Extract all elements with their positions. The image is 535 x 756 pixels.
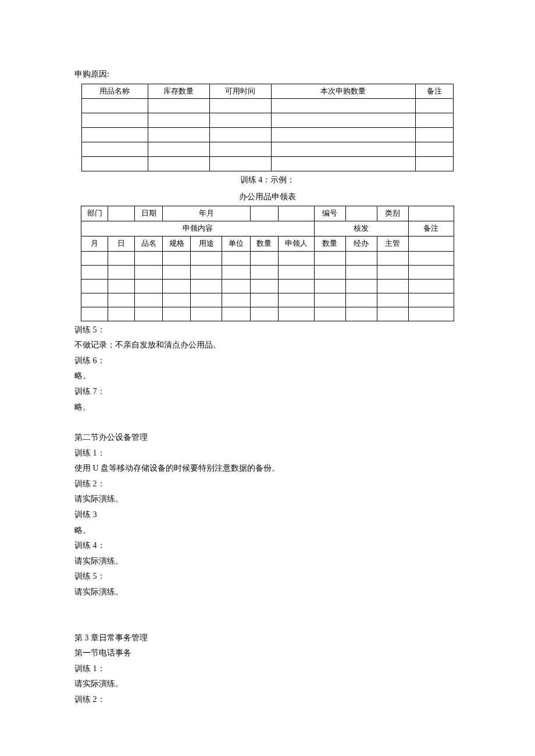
cell <box>148 113 209 128</box>
body-text: 训练 5： <box>74 323 461 338</box>
cell <box>135 293 163 307</box>
cell <box>408 293 454 307</box>
body-text: 训练 7： <box>74 384 461 400</box>
yongtu-cell: 用途 <box>191 236 222 251</box>
table-row <box>81 293 454 307</box>
cell <box>345 251 377 265</box>
cell <box>278 265 314 279</box>
cell <box>408 206 454 221</box>
header-cell: 用品名称 <box>82 84 148 99</box>
cell <box>82 157 148 171</box>
cell <box>222 293 250 307</box>
cell <box>108 307 135 321</box>
table-row: 用品名称 库存数量 可用时间 本次申购数量 备注 <box>82 84 454 99</box>
cell <box>415 128 453 142</box>
cell <box>108 206 135 221</box>
cell <box>222 307 250 321</box>
cell <box>191 293 222 307</box>
cell <box>135 251 163 265</box>
body-text: 请实际演练。 <box>74 676 461 692</box>
yue-cell: 月 <box>81 236 108 251</box>
cell <box>278 206 314 221</box>
cell <box>271 113 415 128</box>
cell <box>278 293 314 307</box>
cell <box>148 157 209 171</box>
shuliang2-cell: 数量 <box>314 236 345 251</box>
header-cell: 库存数量 <box>148 84 209 99</box>
cell <box>408 307 454 321</box>
ym-label-cell: 年月 <box>163 206 250 221</box>
caption-exercise4: 训练 4：示例： <box>74 173 461 188</box>
table-row <box>82 142 454 157</box>
cell <box>415 142 453 157</box>
cell <box>222 265 250 279</box>
beizhu-cell: 备注 <box>408 221 454 237</box>
cell <box>163 293 191 307</box>
cell <box>415 99 453 113</box>
table-row <box>81 279 454 293</box>
cell <box>82 142 148 157</box>
cell <box>278 279 314 293</box>
jingban-cell: 经办 <box>345 236 377 251</box>
body-text: 请实际演练。 <box>74 492 461 507</box>
cell <box>408 279 454 293</box>
cell <box>148 128 209 142</box>
table-row <box>82 157 454 171</box>
body-text: 训练 1： <box>74 661 461 677</box>
cell <box>209 157 271 171</box>
body-text: 训练 4： <box>74 538 461 554</box>
body-text: 略。 <box>74 400 461 415</box>
cell <box>271 157 415 171</box>
cell <box>314 251 345 265</box>
cell <box>377 251 408 265</box>
cell <box>314 265 345 279</box>
table-row: 部门 日期 年月 编号 类别 <box>81 206 454 221</box>
date-label-cell: 日期 <box>135 206 163 221</box>
cell <box>148 99 209 113</box>
body-text: 训练 2： <box>74 476 461 492</box>
cell <box>148 142 209 157</box>
cell <box>108 265 135 279</box>
cell <box>209 99 271 113</box>
chapter-heading: 第 3 章日常事务管理 <box>74 630 461 646</box>
cell <box>191 307 222 321</box>
section-heading: 第一节电话事务 <box>74 646 461 661</box>
cell <box>271 142 415 157</box>
cell <box>191 265 222 279</box>
cell <box>209 113 271 128</box>
cell <box>250 307 278 321</box>
cell <box>271 128 415 142</box>
shuliang-cell: 数量 <box>250 236 278 251</box>
table-row: 月 日 品名 规格 用途 单位 数量 申领人 数量 经办 主管 <box>81 236 454 251</box>
table-row <box>82 99 454 113</box>
cell <box>345 279 377 293</box>
pinming-cell: 品名 <box>135 236 163 251</box>
body-text: 训练 1： <box>74 446 461 461</box>
shenling-cell: 申领内容 <box>81 221 314 237</box>
cell <box>271 99 415 113</box>
cell <box>191 251 222 265</box>
cell <box>377 279 408 293</box>
cell <box>135 307 163 321</box>
reason-label: 申购原因: <box>74 67 461 83</box>
cell <box>377 293 408 307</box>
table-row <box>82 128 454 142</box>
table-row <box>81 265 454 279</box>
cell <box>108 279 135 293</box>
cell <box>81 279 108 293</box>
section-heading: 第二节办公设备管理 <box>74 430 461 446</box>
cell <box>81 265 108 279</box>
body-text: 训练 3 <box>74 507 461 523</box>
cell <box>408 251 454 265</box>
cell <box>135 265 163 279</box>
cell <box>81 293 108 307</box>
spacer <box>74 615 461 630</box>
cell <box>163 265 191 279</box>
dept-label-cell: 部门 <box>81 206 108 221</box>
cell <box>278 251 314 265</box>
header-cell: 本次申购数量 <box>271 84 415 99</box>
table-row <box>81 307 454 321</box>
spacer <box>74 600 461 615</box>
cell <box>250 279 278 293</box>
cell <box>278 307 314 321</box>
